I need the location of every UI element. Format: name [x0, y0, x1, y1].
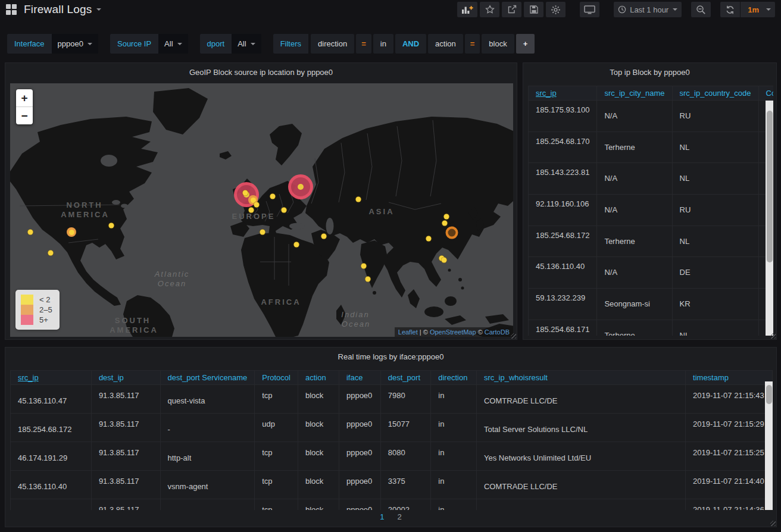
top-table-scroll-area[interactable]: src_ipsrc_ip_city_namesrc_ip_country_cod…: [528, 86, 773, 336]
table-row: 45.136.110.4791.3.85.117quest-vistatcpbl…: [11, 385, 773, 414]
map-marker-small[interactable]: [270, 194, 276, 199]
save-dashboard-button[interactable]: [524, 2, 543, 17]
dashboard-grid-icon[interactable]: [6, 4, 17, 15]
cell-action: block: [298, 414, 339, 442]
attribution-link-openstreetmap[interactable]: OpenStreetMap: [430, 328, 476, 336]
share-dashboard-button[interactable]: [502, 2, 521, 17]
top-table-panel-title[interactable]: Top ip Block by pppoe0: [523, 63, 776, 83]
column-header-src_ip[interactable]: src_ip: [529, 86, 597, 101]
map-zoom-in-button[interactable]: +: [16, 89, 33, 107]
logs-panel-title[interactable]: Real time logs by iface:pppoe0: [5, 348, 776, 368]
column-header-timestamp[interactable]: timestamp: [686, 371, 773, 385]
cell-timestamp: 2019-11-07 21:15:29: [686, 414, 773, 442]
map-panel-title[interactable]: GeoIP Block source ip location by pppoe0: [5, 63, 517, 83]
map-marker-small[interactable]: [426, 236, 432, 242]
zoom-out-time-button[interactable]: [691, 2, 711, 17]
column-header-count[interactable]: Count: [758, 86, 773, 101]
map-marker-small[interactable]: [260, 230, 265, 235]
column-header-dest_ip[interactable]: dest_ip: [91, 371, 160, 385]
attribution-link-cartodb[interactable]: CartoDB: [485, 328, 510, 336]
table-row: 185.175.93.100N/ARU11.00: [529, 101, 774, 132]
panel-realtime-logs: Real time logs by iface:pppoe0 src_ipdes…: [5, 347, 777, 527]
time-range-label: Last 1 hour: [630, 5, 668, 14]
cell-src_ip_whoisresult: Yes Networks Unlimited Ltd/EU: [476, 442, 685, 471]
map-marker-small[interactable]: [321, 234, 327, 239]
column-header-protocol[interactable]: Protocol: [255, 371, 298, 385]
page-button-2[interactable]: 2: [398, 512, 402, 521]
interface-value-dropdown[interactable]: pppoe0: [52, 34, 98, 54]
filter-chip-in[interactable]: in: [373, 34, 393, 54]
column-header-iface[interactable]: iface: [339, 371, 380, 385]
map-marker-small[interactable]: [48, 251, 54, 256]
map-marker-small[interactable]: [254, 202, 260, 208]
map-marker-small[interactable]: [294, 242, 299, 248]
map-zoom-out-button[interactable]: −: [16, 107, 33, 124]
filter-chip-=[interactable]: =: [356, 34, 371, 54]
top-table-scrollbar[interactable]: [766, 101, 773, 336]
page-button-1[interactable]: 1: [380, 512, 384, 521]
map-marker-mid[interactable]: [67, 227, 76, 237]
add-filter-button[interactable]: +: [516, 34, 535, 54]
cell-dest_ip: 91.3.85.117: [91, 442, 160, 471]
column-header-src_ip_whoisresult[interactable]: src_ip_whoisresult: [476, 371, 685, 385]
cell-iface: pppoe0: [339, 471, 380, 499]
table-row: 185.254.68.17291.3.85.117-udpblockpppoe0…: [11, 414, 773, 442]
column-header-src_ip[interactable]: src_ip: [11, 371, 92, 385]
map-marker-small[interactable]: [243, 190, 248, 196]
dashboard-title[interactable]: Firewall Logs: [24, 3, 92, 16]
time-range-picker[interactable]: Last 1 hour: [614, 2, 682, 17]
map-marker-small[interactable]: [361, 264, 367, 269]
dport-label: dport: [200, 34, 232, 54]
logs-table-scrollbar[interactable]: [765, 381, 773, 510]
attribution-link-leaflet[interactable]: Leaflet: [398, 328, 418, 336]
map-marker-small[interactable]: [356, 197, 361, 202]
column-header-direction[interactable]: direction: [431, 371, 477, 385]
column-header-dest_port-servicename[interactable]: dest_port Servicename: [160, 371, 255, 385]
refresh-button[interactable]: [720, 2, 740, 17]
dport-value-dropdown[interactable]: All: [232, 34, 261, 54]
table-row: 185.254.68.170TerherneNL9.00: [529, 132, 774, 163]
panel-geoip-map: GeoIP Block source ip location by pppoe0: [5, 62, 517, 340]
add-panel-button[interactable]: [457, 2, 477, 17]
source-ip-value-dropdown[interactable]: All: [158, 34, 188, 54]
column-header-action[interactable]: action: [298, 371, 339, 385]
panel-resize-handle[interactable]: [511, 333, 516, 339]
kiosk-mode-button[interactable]: [580, 2, 599, 17]
cell-src_ip_country_code: NL: [672, 132, 758, 163]
dashboard-settings-button[interactable]: [546, 2, 566, 17]
cell-src_ip_country_code: RU: [672, 195, 758, 226]
cell-iface: pppoe0: [339, 442, 380, 471]
cell-iface: pppoe0: [339, 499, 380, 511]
map-marker-big[interactable]: [288, 174, 313, 199]
filter-chip-block[interactable]: block: [482, 34, 514, 54]
filter-chip-direction[interactable]: direction: [311, 34, 354, 54]
map-marker-small[interactable]: [442, 258, 447, 263]
map-marker-small[interactable]: [109, 223, 114, 229]
panel-resize-handle[interactable]: [770, 521, 776, 526]
interface-caret-icon: [88, 43, 92, 45]
column-header-dest_port[interactable]: dest_port: [380, 371, 430, 385]
map-marker-ring[interactable]: [446, 227, 458, 239]
column-header-src_ip_country_code[interactable]: src_ip_country_code: [672, 86, 758, 101]
legend-label: 2–5: [39, 305, 52, 314]
column-header-src_ip_city_name[interactable]: src_ip_city_name: [597, 86, 672, 101]
map-marker-small[interactable]: [28, 230, 33, 235]
map-marker-small[interactable]: [442, 221, 448, 226]
cell-src_ip: 46.174.191.29: [11, 442, 92, 471]
filter-chip-=[interactable]: =: [465, 34, 480, 54]
cell-protocol: tcp: [255, 471, 298, 499]
refresh-interval-picker[interactable]: 1m: [741, 2, 775, 17]
filter-chip-action[interactable]: action: [428, 34, 463, 54]
filter-chip-and[interactable]: AND: [395, 34, 426, 54]
panel-resize-handle[interactable]: [770, 333, 776, 339]
world-map[interactable]: NORTHAMERICAEUROPEASIAAFRICASOUTHAMERICA…: [10, 83, 513, 337]
cell-direction: in: [431, 442, 477, 471]
star-dashboard-button[interactable]: [480, 2, 499, 17]
map-marker-small[interactable]: [365, 277, 371, 282]
map-marker-small[interactable]: [282, 208, 287, 213]
cell-dest_port-servicename: vsnm-agent: [160, 471, 255, 499]
cell-src_ip_country_code: NL: [672, 163, 758, 195]
logs-table-scroll-area[interactable]: src_ipdest_ipdest_port ServicenameProtoc…: [10, 370, 773, 510]
map-marker-small[interactable]: [249, 208, 254, 213]
map-marker-small[interactable]: [444, 214, 449, 220]
